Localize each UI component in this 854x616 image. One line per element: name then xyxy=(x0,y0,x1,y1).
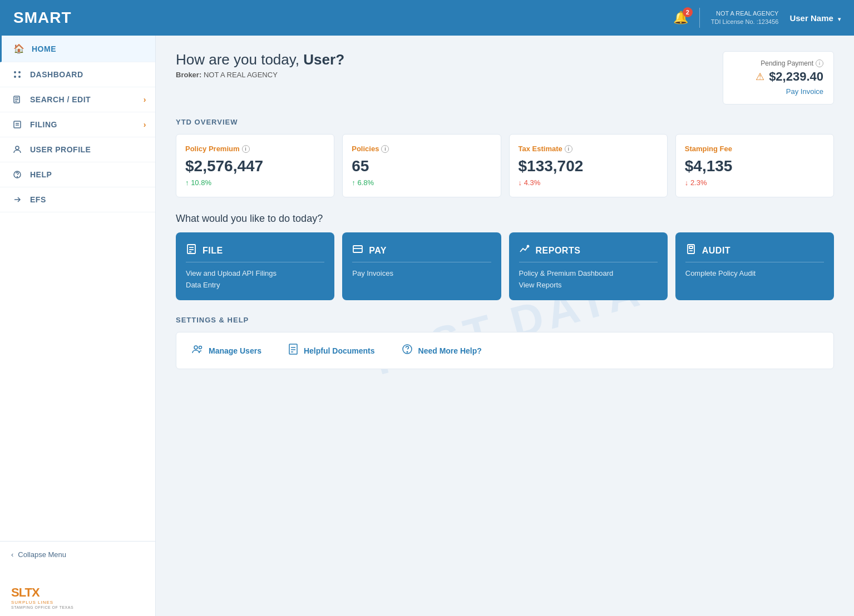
ytd-change-tax: 4.3% xyxy=(519,178,658,187)
sltx-subtitle2: STAMPING OFFICE OF TEXAS xyxy=(11,605,144,609)
user-info: NOT A REAL AGENCY TDI License No. :12345… xyxy=(711,9,779,27)
action-card-pay[interactable]: PAY Pay Invoices xyxy=(342,232,501,300)
chevron-right-icon: › xyxy=(144,120,146,129)
file-icon xyxy=(186,244,197,257)
sidebar-item-home[interactable]: 🏠 HOME xyxy=(0,36,155,62)
manage-users-label: Manage Users xyxy=(209,346,261,355)
file-link-1[interactable]: View and Upload API Filings xyxy=(186,269,324,277)
action-card-header-file: FILE xyxy=(186,244,324,262)
sidebar-item-user-profile[interactable]: USER PROFILE xyxy=(0,137,155,162)
help-circle-icon xyxy=(402,344,413,357)
ytd-grid: Policy Premium i $2,576,447 10.8% Polici… xyxy=(176,134,834,197)
sidebar-item-search-edit[interactable]: SEARCH / EDIT › xyxy=(0,87,155,112)
sltx-brand: SLTX xyxy=(11,585,144,600)
audit-link-1[interactable]: Complete Policy Audit xyxy=(685,269,824,277)
agency-name: NOT A REAL AGENCY xyxy=(711,9,779,18)
info-icon[interactable]: i xyxy=(242,145,250,153)
chevron-down-icon: ▾ xyxy=(838,16,841,22)
action-card-header-audit: AUDIT xyxy=(685,244,824,262)
efs-icon xyxy=(11,195,23,204)
license-number: TDI License No. :123456 xyxy=(711,18,779,26)
header-divider xyxy=(699,8,700,28)
document-icon xyxy=(288,344,298,357)
action-card-audit[interactable]: AUDIT Complete Policy Audit xyxy=(675,232,834,300)
home-icon: 🏠 xyxy=(13,43,25,54)
pay-invoice-link[interactable]: Pay Invoice xyxy=(786,87,823,96)
audit-icon xyxy=(685,244,697,257)
action-card-reports[interactable]: REPORTS Policy & Premium Dashboard View … xyxy=(509,232,668,300)
info-icon[interactable]: i xyxy=(565,145,572,153)
manage-users-item[interactable]: Manage Users xyxy=(192,344,261,357)
sidebar-item-help[interactable]: HELP xyxy=(0,162,155,187)
sidebar-item-label: SEARCH / EDIT xyxy=(30,95,91,104)
sidebar-item-label: EFS xyxy=(30,195,46,204)
action-card-header-pay: PAY xyxy=(352,244,491,262)
sidebar-item-label: DASHBOARD xyxy=(30,70,83,79)
sidebar-item-dashboard[interactable]: DASHBOARD xyxy=(0,62,155,87)
broker-name: NOT A REAL AGENCY xyxy=(204,71,278,79)
reports-icon xyxy=(519,244,530,257)
greeting-section: How are you today, User? Broker: NOT A R… xyxy=(176,51,344,79)
sidebar-item-label: HELP xyxy=(30,170,52,179)
action-card-file[interactable]: FILE View and Upload API Filings Data En… xyxy=(176,232,334,300)
ytd-card-policies: Policies i 65 6.8% xyxy=(342,134,501,197)
svg-point-11 xyxy=(16,146,19,150)
help-icon xyxy=(11,170,23,179)
username-button[interactable]: User Name ▾ xyxy=(789,13,841,23)
pay-link-1[interactable]: Pay Invoices xyxy=(352,269,491,277)
pay-icon xyxy=(352,244,363,257)
collapse-left-icon: ‹ xyxy=(11,550,13,559)
svg-point-0 xyxy=(14,71,16,73)
helpful-docs-label: Helpful Documents xyxy=(304,346,375,355)
ytd-value-policies: 65 xyxy=(352,157,491,175)
main-layout: 🏠 HOME DASHBOARD SEARCH / EDIT › FILING … xyxy=(0,36,854,616)
pending-amount: $2,239.40 xyxy=(769,69,823,84)
sidebar-item-label: HOME xyxy=(32,44,56,53)
ytd-label-premium: Policy Premium i xyxy=(185,145,325,153)
chevron-right-icon: › xyxy=(144,95,146,104)
warning-icon: ⚠ xyxy=(756,71,764,83)
manage-users-icon xyxy=(192,344,203,357)
need-help-label: Need More Help? xyxy=(418,346,482,355)
filing-icon xyxy=(11,120,23,129)
svg-rect-22 xyxy=(689,246,693,249)
action-card-title-audit: AUDIT xyxy=(702,246,730,256)
svg-point-20 xyxy=(527,246,529,247)
action-card-header-reports: REPORTS xyxy=(519,244,658,262)
reports-link-2[interactable]: View Reports xyxy=(519,281,658,289)
ytd-label-stamping: Stamping Fee xyxy=(685,145,825,153)
sidebar-item-efs[interactable]: EFS xyxy=(0,187,155,212)
reports-link-1[interactable]: Policy & Premium Dashboard xyxy=(519,269,658,277)
ytd-section-title: YTD OVERVIEW xyxy=(176,118,834,126)
svg-rect-8 xyxy=(14,121,21,128)
main-content: TEST DATA How are you today, User? Broke… xyxy=(156,36,854,616)
sidebar-bottom: ‹ Collapse Menu xyxy=(0,541,155,568)
action-card-title-reports: REPORTS xyxy=(536,246,581,256)
notifications-bell[interactable]: 🔔 2 xyxy=(673,11,688,25)
svg-point-1 xyxy=(18,71,21,73)
svg-point-13 xyxy=(17,177,18,177)
notification-count: 2 xyxy=(683,7,693,17)
sltx-subtitle1: SURPLUS LINES xyxy=(11,600,144,605)
need-help-item[interactable]: Need More Help? xyxy=(402,344,482,357)
ytd-change-premium: 10.8% xyxy=(185,178,325,187)
ytd-card-premium: Policy Premium i $2,576,447 10.8% xyxy=(176,134,334,197)
pending-label: Pending Payment i xyxy=(733,59,823,67)
collapse-menu-button[interactable]: ‹ Collapse Menu xyxy=(11,550,144,559)
sidebar-item-filing[interactable]: FILING › xyxy=(0,112,155,137)
svg-point-24 xyxy=(194,346,198,349)
ytd-label-tax: Tax Estimate i xyxy=(519,145,658,153)
helpful-docs-item[interactable]: Helpful Documents xyxy=(288,344,375,357)
info-icon[interactable]: i xyxy=(816,59,823,67)
pending-amount-row: ⚠ $2,239.40 xyxy=(733,69,823,84)
pending-payment-card: Pending Payment i ⚠ $2,239.40 Pay Invoic… xyxy=(723,51,834,105)
info-icon[interactable]: i xyxy=(381,145,389,153)
greeting-row: How are you today, User? Broker: NOT A R… xyxy=(176,51,834,105)
action-section-title: What would you like to do today? xyxy=(176,213,834,225)
file-link-2[interactable]: Data Entry xyxy=(186,281,324,289)
ytd-value-stamping: $4,135 xyxy=(685,157,825,175)
settings-section-title: Settings & Help xyxy=(176,316,834,324)
action-card-title-file: FILE xyxy=(203,246,223,256)
settings-items: Manage Users Helpful Documents Need More… xyxy=(192,344,818,357)
svg-point-25 xyxy=(199,346,202,349)
